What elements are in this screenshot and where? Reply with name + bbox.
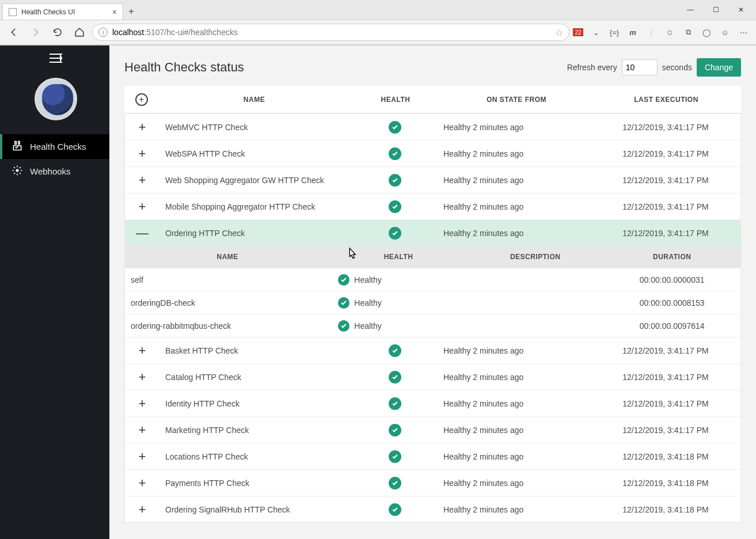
detail-duration: 00:00:00.0008153: [603, 298, 740, 308]
check-name: Marketing HTTP Check: [159, 426, 349, 435]
check-name: Ordering SignalRHub HTTP Check: [159, 505, 349, 514]
check-last-exec: 12/12/2019, 3:41:17 PM: [591, 176, 740, 185]
gear-icon: [12, 165, 23, 178]
svg-point-0: [16, 169, 19, 172]
table-row[interactable]: +Payments HTTP CheckHealthy 2 minutes ag…: [125, 469, 740, 496]
close-window-button[interactable]: ✕: [728, 2, 754, 18]
feedback-icon[interactable]: ☺: [719, 26, 731, 38]
collections-icon[interactable]: ⧉: [682, 26, 694, 38]
check-last-exec: 12/12/2019, 3:41:17 PM: [591, 373, 740, 382]
avatar: [35, 78, 77, 120]
sidebar-item-label: Health Checks: [30, 142, 86, 151]
expand-icon[interactable]: +: [125, 502, 159, 517]
expand-icon[interactable]: +: [125, 173, 159, 188]
maximize-button[interactable]: ☐: [703, 2, 728, 18]
favorites-icon[interactable]: ✩: [664, 26, 675, 38]
expand-icon[interactable]: +: [125, 476, 159, 491]
check-last-exec: 12/12/2019, 3:41:17 PM: [591, 202, 740, 211]
expand-icon[interactable]: +: [125, 120, 159, 135]
check-state: Healthy 2 minutes ago: [441, 346, 591, 355]
health-ok-icon: [389, 371, 401, 384]
browser-tab[interactable]: Health Checks UI ×: [2, 3, 123, 20]
check-last-exec: 12/12/2019, 3:41:18 PM: [591, 505, 740, 514]
sidebar-item-health-checks[interactable]: Health Checks: [0, 134, 109, 159]
new-tab-button[interactable]: +: [123, 3, 139, 20]
expand-icon[interactable]: +: [125, 146, 159, 161]
refresh-interval-input[interactable]: [622, 59, 658, 75]
table-row[interactable]: +Catalog HTTP CheckHealthy 2 minutes ago…: [125, 363, 740, 390]
check-state: Healthy 2 minutes ago: [441, 202, 591, 211]
profile-icon[interactable]: ◯: [701, 26, 712, 38]
check-state: Healthy 2 minutes ago: [441, 149, 591, 158]
app: Health ChecksWebhooks Health Checks stat…: [0, 45, 756, 539]
health-ok-icon: [338, 274, 349, 286]
expand-icon[interactable]: +: [125, 396, 159, 411]
refresh-label-post: seconds: [662, 63, 692, 72]
favicon-icon: [9, 8, 17, 16]
change-button[interactable]: Change: [697, 58, 741, 77]
site-info-icon[interactable]: i: [98, 28, 108, 37]
col-state: ON STATE FROM: [442, 96, 591, 104]
health-ok-icon: [389, 424, 401, 436]
main-content[interactable]: Health Checks status Refresh every secon…: [109, 45, 756, 539]
tab-title: Health Checks UI: [21, 8, 112, 16]
expand-all-button[interactable]: +: [124, 93, 159, 106]
health-ok-icon: [389, 174, 401, 187]
calendar-badge: 22: [575, 29, 581, 36]
calendar-ext-icon[interactable]: 22: [573, 28, 583, 36]
dcol-desc: DESCRIPTION: [467, 253, 604, 261]
pocket-ext-icon[interactable]: ⌄: [590, 26, 602, 38]
back-button[interactable]: [5, 23, 23, 41]
table-row[interactable]: +Ordering SignalRHub HTTP CheckHealthy 2…: [125, 496, 740, 522]
url-port: :5107: [144, 28, 164, 37]
table-row[interactable]: +Marketing HTTP CheckHealthy 2 minutes a…: [125, 416, 740, 443]
health-ok-icon: [389, 344, 401, 357]
m-ext-icon[interactable]: m: [627, 26, 639, 38]
table-row[interactable]: +Basket HTTP CheckHealthy 2 minutes ago1…: [125, 337, 740, 363]
detail-name: self: [125, 275, 330, 284]
more-icon[interactable]: ⋯: [738, 26, 749, 38]
home-button[interactable]: [70, 23, 89, 41]
forward-button[interactable]: [26, 23, 45, 41]
details-row: orderingDB-checkHealthy00:00:00.0008153: [125, 291, 740, 314]
table-row[interactable]: +WebMVC HTTP CheckHealthy 2 minutes ago1…: [125, 113, 740, 140]
check-state: Healthy 2 minutes ago: [441, 399, 591, 408]
dcol-health: HEALTH: [330, 253, 467, 261]
table-row[interactable]: —Ordering HTTP CheckHealthy 2 minutes ag…: [125, 219, 740, 246]
table-row[interactable]: +Web Shopping Aggregator GW HTTP CheckHe…: [125, 166, 740, 193]
health-ok-icon: [389, 477, 401, 489]
close-tab-icon[interactable]: ×: [112, 7, 117, 17]
health-ok-icon: [389, 450, 401, 463]
check-name: WebMVC HTTP Check: [159, 123, 349, 132]
expand-icon[interactable]: +: [125, 343, 159, 358]
refresh-button[interactable]: [48, 23, 67, 41]
minimize-button[interactable]: —: [678, 2, 703, 18]
detail-duration: 00:00:00.0097614: [603, 321, 740, 331]
table-row[interactable]: +Mobile Shopping Aggregator HTTP CheckHe…: [125, 193, 740, 219]
detail-duration: 00:00:00.0000031: [603, 275, 740, 284]
health-ok-icon: [389, 227, 401, 240]
health-ok-icon: [389, 503, 401, 516]
check-name: Mobile Shopping Aggregator HTTP Check: [159, 202, 349, 211]
check-name: Web Shopping Aggregator GW HTTP Check: [159, 176, 349, 185]
table-row[interactable]: +Locations HTTP CheckHealthy 2 minutes a…: [125, 443, 740, 469]
page-title: Health Checks status: [124, 60, 244, 75]
table-row[interactable]: +Identity HTTP CheckHealthy 2 minutes ag…: [125, 390, 740, 416]
favorite-icon[interactable]: ☆: [555, 27, 563, 38]
health-ok-icon: [389, 121, 401, 134]
health-ok-icon: [389, 200, 401, 213]
check-name: Identity HTTP Check: [159, 399, 349, 408]
table-row[interactable]: +WebSPA HTTP CheckHealthy 2 minutes ago1…: [125, 140, 740, 166]
check-last-exec: 12/12/2019, 3:41:17 PM: [591, 426, 740, 435]
expand-icon[interactable]: +: [125, 199, 159, 214]
braces-ext-icon[interactable]: {=}: [609, 26, 620, 38]
menu-toggle-button[interactable]: [2, 45, 109, 71]
collapse-icon[interactable]: —: [125, 226, 159, 241]
expand-icon[interactable]: +: [125, 449, 159, 464]
sidebar-item-webhooks[interactable]: Webhooks: [2, 159, 109, 184]
expand-icon[interactable]: +: [125, 423, 159, 438]
dcol-name: NAME: [125, 253, 330, 261]
expand-icon[interactable]: +: [125, 370, 159, 385]
url-input[interactable]: i localhost:5107/hc-ui#/healthchecks ☆: [92, 24, 569, 41]
healthchecks-icon: [12, 140, 23, 153]
